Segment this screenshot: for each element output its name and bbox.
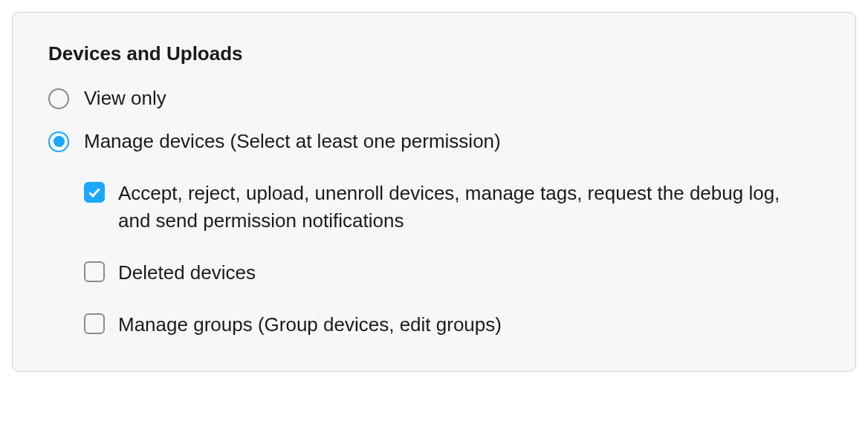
checkbox-row-deleted-devices[interactable]: Deleted devices xyxy=(84,259,820,287)
radio-row-manage-devices[interactable]: Manage devices (Select at least one perm… xyxy=(48,129,820,154)
radio-dot-icon xyxy=(54,136,65,147)
radio-manage-devices[interactable] xyxy=(48,131,69,152)
devices-uploads-panel: Devices and Uploads View only Manage dev… xyxy=(12,12,856,372)
section-title: Devices and Uploads xyxy=(48,42,820,65)
radio-label-view-only[interactable]: View only xyxy=(84,86,166,111)
checkbox-row-accept-reject[interactable]: Accept, reject, upload, unenroll devices… xyxy=(84,180,820,235)
radio-label-manage-devices[interactable]: Manage devices (Select at least one perm… xyxy=(84,129,501,154)
manage-devices-permissions: Accept, reject, upload, unenroll devices… xyxy=(84,180,820,339)
checkbox-label-deleted-devices[interactable]: Deleted devices xyxy=(118,259,256,287)
radio-view-only[interactable] xyxy=(48,88,69,109)
radio-row-view-only[interactable]: View only xyxy=(48,86,820,111)
checkbox-deleted-devices[interactable] xyxy=(84,261,105,282)
checkbox-label-manage-groups[interactable]: Manage groups (Group devices, edit group… xyxy=(118,311,502,339)
checkbox-manage-groups[interactable] xyxy=(84,313,105,334)
checkbox-accept-reject[interactable] xyxy=(84,182,105,203)
check-icon xyxy=(88,186,101,199)
checkbox-row-manage-groups[interactable]: Manage groups (Group devices, edit group… xyxy=(84,311,820,339)
checkbox-label-accept-reject[interactable]: Accept, reject, upload, unenroll devices… xyxy=(118,180,802,235)
